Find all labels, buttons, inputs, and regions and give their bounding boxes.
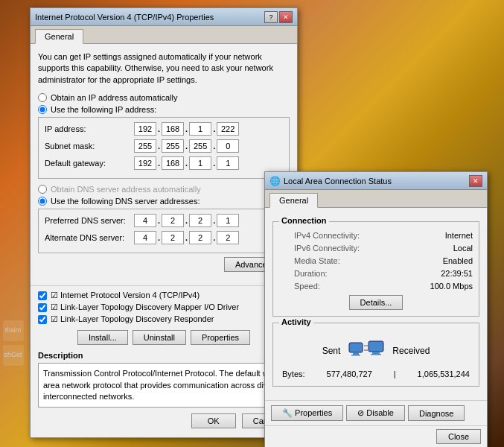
taskbar-icon-thsim[interactable]: thsim bbox=[3, 320, 24, 341]
svg-rect-5 bbox=[371, 354, 381, 355]
taskbar-icon-shget[interactable]: shGet bbox=[3, 345, 24, 366]
preferred-dns-octet3[interactable] bbox=[189, 214, 211, 227]
tcpip-titlebar: Internet Protocol Version 4 (TCP/IPv4) P… bbox=[31, 8, 297, 26]
radio-manual-ip-row: Use the following IP address: bbox=[38, 105, 290, 114]
checkbox-ipv4[interactable] bbox=[38, 291, 47, 300]
gateway-octet1[interactable] bbox=[134, 156, 156, 170]
gateway-dot-1: . bbox=[158, 159, 160, 168]
radio-auto-dns[interactable] bbox=[38, 185, 47, 194]
checkbox-lldp-responder[interactable] bbox=[38, 315, 47, 324]
adns-dot-3: . bbox=[213, 233, 215, 242]
ip-address-octet3[interactable] bbox=[189, 122, 211, 136]
tcpip-content: You can get IP settings assigned automat… bbox=[31, 44, 297, 285]
disable-icon: ⊘ bbox=[357, 408, 364, 417]
gateway-octet2[interactable] bbox=[162, 156, 184, 170]
ip-address-octet4[interactable] bbox=[217, 122, 239, 136]
checkbox-item-3: ☑ Link-Layer Topology Discovery Responde… bbox=[38, 314, 290, 324]
properties-btn-label: Properties bbox=[295, 408, 332, 417]
status-tab-bar: General bbox=[265, 190, 487, 208]
gateway-octet3[interactable] bbox=[189, 156, 211, 170]
gateway-dot-2: . bbox=[185, 159, 188, 168]
alternate-dns-label: Alternate DNS server: bbox=[45, 233, 134, 242]
subnet-octet3[interactable] bbox=[189, 139, 211, 153]
ipv4-connectivity-row: IPv4 Connectivity: Internet bbox=[279, 229, 473, 240]
ip-dot-3: . bbox=[213, 124, 215, 133]
received-bytes: 1,065,531,244 bbox=[418, 370, 470, 378]
radio-auto-ip[interactable] bbox=[38, 93, 47, 102]
details-button[interactable]: Details... bbox=[349, 295, 403, 310]
tab-general[interactable]: General bbox=[35, 29, 83, 44]
tcpip-help-button[interactable]: ? bbox=[264, 11, 278, 23]
activity-group: Activity Sent bbox=[272, 323, 479, 387]
adns-dot-2: . bbox=[185, 233, 188, 242]
radio-auto-dns-row: Obtain DNS server address automatically bbox=[38, 185, 290, 194]
subnet-mask-row: Subnet mask: . . . bbox=[45, 139, 283, 153]
tcpip-properties-window: Internet Protocol Version 4 (TCP/IPv4) P… bbox=[30, 7, 298, 438]
ip-address-octet1[interactable] bbox=[134, 122, 156, 136]
install-button[interactable]: Install... bbox=[77, 330, 128, 345]
subnet-octet2[interactable] bbox=[162, 139, 184, 153]
ip-address-field: . . . bbox=[134, 122, 239, 136]
status-close-button[interactable]: ✕ bbox=[469, 175, 482, 187]
radio-manual-dns[interactable] bbox=[38, 197, 47, 206]
bottom-ok-button[interactable]: OK bbox=[191, 413, 236, 428]
tcpip-close-button[interactable]: ✕ bbox=[279, 11, 293, 23]
preferred-dns-octet4[interactable] bbox=[217, 214, 239, 227]
tcpip-description: You can get IP settings assigned automat… bbox=[38, 51, 290, 86]
duration-label: Duration: bbox=[294, 269, 328, 278]
gateway-octet4[interactable] bbox=[217, 156, 239, 170]
status-window-controls: ✕ bbox=[469, 175, 482, 187]
status-properties-button[interactable]: 🔧 Properties bbox=[271, 405, 343, 421]
alternate-dns-octet2[interactable] bbox=[162, 231, 184, 244]
subnet-dot-2: . bbox=[185, 142, 188, 150]
svg-rect-4 bbox=[372, 352, 380, 354]
gateway-dot-3: . bbox=[213, 159, 215, 168]
sent-label: Sent bbox=[322, 346, 341, 356]
status-tab-general[interactable]: General bbox=[269, 193, 318, 208]
svg-rect-3 bbox=[369, 341, 383, 352]
speed-row: Speed: 100.0 Mbps bbox=[279, 280, 473, 291]
bottom-buttons: OK Cancel bbox=[38, 413, 290, 433]
tcpip-title: Internet Protocol Version 4 (TCP/IPv4) P… bbox=[35, 13, 214, 22]
status-title: 🌐 Local Area Connection Status bbox=[269, 176, 392, 186]
status-action-buttons: 🔧 Properties ⊘ Disable Diagnose bbox=[271, 405, 465, 421]
subnet-octet4[interactable] bbox=[217, 139, 239, 153]
subnet-mask-field: . . . bbox=[134, 139, 239, 153]
pdns-dot-1: . bbox=[158, 216, 160, 225]
activity-group-label: Activity bbox=[279, 317, 313, 326]
subnet-dot-1: . bbox=[158, 142, 160, 150]
description-box: Transmission Control Protocol/Internet P… bbox=[38, 363, 290, 408]
radio-auto-dns-label: Obtain DNS server address automatically bbox=[51, 185, 201, 194]
checkbox-lldp-responder-label: ☑ Link-Layer Topology Discovery Responde… bbox=[51, 314, 214, 324]
connection-group-label: Connection bbox=[279, 216, 329, 225]
alternate-dns-octet3[interactable] bbox=[189, 231, 211, 244]
duration-value: 22:39:51 bbox=[441, 269, 473, 278]
preferred-dns-octet1[interactable] bbox=[134, 214, 156, 227]
close-btn-row: Close bbox=[265, 425, 487, 447]
checkbox-item-1: ☑ Internet Protocol Version 4 (TCP/IPv4) bbox=[38, 291, 290, 300]
properties-icon: 🔧 bbox=[282, 408, 293, 417]
ipv4-value: Internet bbox=[445, 231, 473, 240]
svg-rect-1 bbox=[353, 352, 359, 355]
alternate-dns-octet4[interactable] bbox=[217, 231, 239, 244]
alternate-dns-octet1[interactable] bbox=[134, 231, 156, 244]
preferred-dns-octet2[interactable] bbox=[162, 214, 184, 227]
radio-manual-dns-label: Use the following DNS server addresses: bbox=[51, 197, 200, 206]
uninstall-button[interactable]: Uninstall bbox=[133, 330, 186, 345]
close-button[interactable]: Close bbox=[436, 429, 481, 444]
checkbox-lldp-mapper-label: ☑ Link-Layer Topology Discovery Mapper I… bbox=[51, 302, 239, 312]
preferred-dns-field: . . . bbox=[134, 214, 239, 227]
subnet-octet1[interactable] bbox=[134, 139, 156, 153]
checkbox-lldp-mapper[interactable] bbox=[38, 303, 47, 312]
subnet-mask-label: Subnet mask: bbox=[45, 142, 134, 150]
radio-manual-ip[interactable] bbox=[38, 105, 47, 114]
disable-button[interactable]: ⊘ Disable bbox=[346, 405, 405, 421]
radio-auto-ip-label: Obtain an IP address automatically bbox=[51, 93, 177, 102]
ip-address-octet2[interactable] bbox=[162, 122, 184, 136]
diagnose-button[interactable]: Diagnose bbox=[408, 405, 465, 421]
properties-button-lower[interactable]: Properties bbox=[191, 330, 250, 345]
description-text: Transmission Control Protocol/Internet P… bbox=[43, 369, 284, 401]
svg-rect-0 bbox=[349, 343, 363, 352]
connection-group: Connection IPv4 Connectivity: Internet I… bbox=[272, 221, 479, 317]
ipv6-value: Local bbox=[453, 244, 473, 253]
